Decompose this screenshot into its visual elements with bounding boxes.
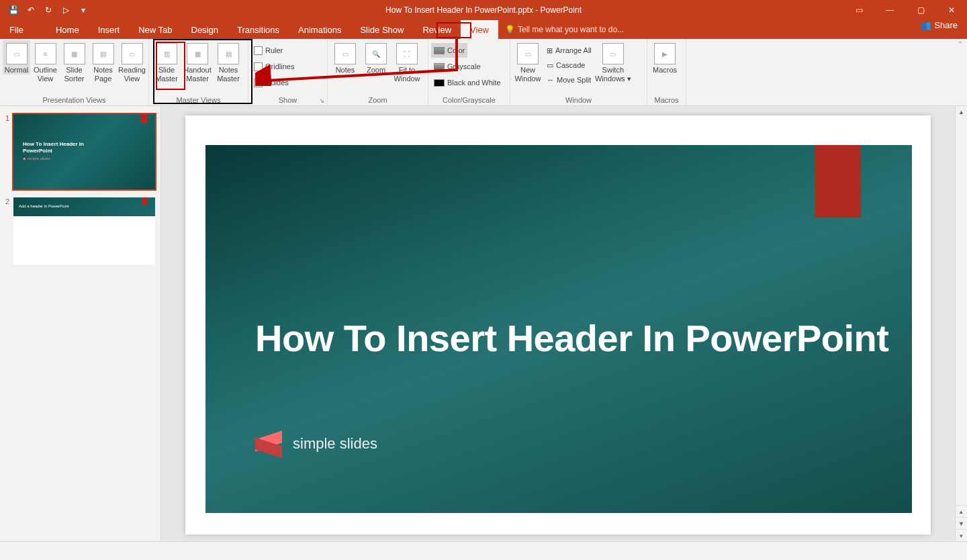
previous-slide-icon[interactable]: ▴ xyxy=(956,505,967,517)
qat-customize-icon[interactable]: ▾ xyxy=(75,2,91,18)
normal-view-button[interactable]: ▭ Normal xyxy=(3,40,30,75)
macros-button[interactable]: ▶ Macros xyxy=(650,40,680,75)
status-bar xyxy=(0,541,967,560)
ribbon-tabs: File Home Insert New Tab Design Transiti… xyxy=(0,20,967,39)
switch-windows-button[interactable]: ▭ Switch Windows ▾ xyxy=(596,40,631,83)
cascade-button[interactable]: ▭Cascade xyxy=(544,58,594,73)
tell-me-placeholder: Tell me what you want to do... xyxy=(518,25,624,34)
slide-sorter-icon: ▦ xyxy=(64,43,85,64)
handout-master-button[interactable]: ▦ Handout Master xyxy=(183,40,212,83)
new-window-button[interactable]: ▭ New Window xyxy=(513,40,543,83)
share-icon: 👥 xyxy=(921,20,931,30)
handout-master-icon: ▦ xyxy=(187,43,208,64)
redo-icon[interactable]: ↻ xyxy=(40,2,56,18)
move-split-button[interactable]: ↔Move Split xyxy=(544,73,594,87)
slide-ribbon-shape xyxy=(815,145,861,218)
logo-text: simple slides xyxy=(293,435,377,453)
vertical-scrollbar[interactable]: ▲ ▴ ▼ ▾ xyxy=(955,106,967,541)
slide-master-icon: ▥ xyxy=(156,43,177,64)
tab-file[interactable]: File xyxy=(0,20,33,39)
window-controls: ▭ — ▢ ✕ xyxy=(843,0,967,20)
magnifier-icon: 🔍 xyxy=(365,43,387,64)
work-area: 1 How To Insert Header In PowerPoint ◆ s… xyxy=(0,106,967,541)
ribbon-options-icon[interactable]: ▭ xyxy=(843,0,874,20)
tell-me-search[interactable]: 💡 Tell me what you want to do... xyxy=(498,20,631,39)
tab-review[interactable]: Review xyxy=(413,20,461,39)
reading-view-button[interactable]: ▭ Reading View xyxy=(118,40,146,83)
tab-transitions[interactable]: Transitions xyxy=(228,20,289,39)
title-bar: 💾 ↶ ↻ ▷ ▾ How To Insert Header In PowerP… xyxy=(0,0,967,20)
slide-master-button[interactable]: ▥ Slide Master xyxy=(152,40,181,83)
slide-background: How To Insert Header In PowerPoint simpl… xyxy=(205,145,912,513)
undo-icon[interactable]: ↶ xyxy=(23,2,39,18)
gridlines-checkbox[interactable]: Gridlines xyxy=(251,59,297,74)
notes-button[interactable]: ▭ Notes xyxy=(330,40,360,75)
tab-insert[interactable]: Insert xyxy=(89,20,130,39)
tab-slide-show[interactable]: Slide Show xyxy=(351,20,413,39)
outline-view-button[interactable]: ≡ Outline View xyxy=(32,40,59,83)
thumbnail-row-1: 1 How To Insert Header In PowerPoint ◆ s… xyxy=(0,114,160,197)
group-show: Ruler Gridlines Guides Show ↘ xyxy=(248,39,328,105)
notes-page-button[interactable]: ▤ Notes Page xyxy=(89,40,117,83)
zoom-button[interactable]: 🔍 Zoom xyxy=(361,40,391,75)
notes-master-button[interactable]: ▤ Notes Master xyxy=(214,40,243,83)
close-button[interactable]: ✕ xyxy=(936,0,967,20)
new-window-icon: ▭ xyxy=(517,43,539,64)
thumb-logo: ◆ simple slides xyxy=(23,156,50,160)
notes-master-icon: ▤ xyxy=(218,43,239,64)
arrange-icon: ⊞ xyxy=(547,46,553,55)
tab-design[interactable]: Design xyxy=(182,20,228,39)
group-label: Window xyxy=(513,96,644,105)
group-label: Macros xyxy=(650,96,683,105)
notes-page-icon: ▤ xyxy=(93,43,114,64)
grayscale-button[interactable]: Grayscale xyxy=(431,59,483,74)
guides-checkbox[interactable]: Guides xyxy=(251,75,291,90)
minimize-button[interactable]: — xyxy=(874,0,905,20)
arrange-all-button[interactable]: ⊞Arrange All xyxy=(544,43,594,58)
group-label: Presentation Views xyxy=(3,96,146,105)
next-slide-icon[interactable]: ▾ xyxy=(956,529,967,541)
slide-thumbnail-2[interactable]: Add a header in PowerPoint xyxy=(13,197,155,265)
share-button[interactable]: 👥 Share xyxy=(921,20,958,30)
color-button[interactable]: Color xyxy=(431,43,467,58)
slide-canvas-pane: How To Insert Header In PowerPoint simpl… xyxy=(161,106,955,541)
outline-view-icon: ≡ xyxy=(35,43,56,64)
group-master-views: ▥ Slide Master ▦ Handout Master ▤ Notes … xyxy=(149,39,248,105)
scroll-down-icon[interactable]: ▼ xyxy=(956,517,967,529)
group-presentation-views: ▭ Normal ≡ Outline View ▦ Slide Sorter ▤… xyxy=(0,39,149,105)
thumb-text: Add a header in PowerPoint xyxy=(19,204,69,208)
window-title: How To Insert Header In PowerPoint.pptx … xyxy=(385,5,582,15)
reading-view-icon: ▭ xyxy=(122,43,143,64)
slideshow-from-start-icon[interactable]: ▷ xyxy=(58,2,74,18)
save-icon[interactable]: 💾 xyxy=(5,2,21,18)
tab-home[interactable]: Home xyxy=(46,20,89,39)
group-label: Show xyxy=(251,96,324,105)
ruler-checkbox[interactable]: Ruler xyxy=(251,43,285,58)
ribbon-marker-icon xyxy=(140,114,147,124)
slide-title-text: How To Insert Header In PowerPoint xyxy=(255,317,888,360)
tab-view[interactable]: View xyxy=(461,20,498,39)
fit-to-window-button[interactable]: ⛶ Fit to Window xyxy=(392,40,422,83)
collapse-ribbon-icon[interactable]: ⌃ xyxy=(958,40,963,48)
group-label: Zoom xyxy=(330,96,425,105)
ribbon: ▭ Normal ≡ Outline View ▦ Slide Sorter ▤… xyxy=(0,39,967,106)
notes-icon: ▭ xyxy=(334,43,356,64)
slide-thumbnail-1[interactable]: How To Insert Header In PowerPoint ◆ sim… xyxy=(13,114,155,189)
lightbulb-icon: 💡 xyxy=(505,25,515,34)
slide-logo: simple slides xyxy=(255,432,377,455)
thumb-title: How To Insert Header In PowerPoint xyxy=(23,141,84,154)
tab-animations[interactable]: Animations xyxy=(289,20,351,39)
slide-canvas[interactable]: How To Insert Header In PowerPoint simpl… xyxy=(185,115,931,534)
scroll-track[interactable] xyxy=(956,118,967,505)
slide-thumbnail-pane[interactable]: 1 How To Insert Header In PowerPoint ◆ s… xyxy=(0,106,161,541)
slide-number: 1 xyxy=(5,114,13,189)
macros-icon: ▶ xyxy=(654,43,676,64)
normal-view-icon: ▭ xyxy=(6,43,28,64)
maximize-button[interactable]: ▢ xyxy=(905,0,936,20)
slide-sorter-button[interactable]: ▦ Slide Sorter xyxy=(60,40,88,83)
show-dialog-launcher-icon[interactable]: ↘ xyxy=(319,97,324,104)
black-and-white-button[interactable]: Black and White xyxy=(431,75,503,90)
tab-new-tab[interactable]: New Tab xyxy=(129,20,181,39)
quick-access-toolbar: 💾 ↶ ↻ ▷ ▾ xyxy=(0,2,91,18)
scroll-up-icon[interactable]: ▲ xyxy=(956,106,967,118)
